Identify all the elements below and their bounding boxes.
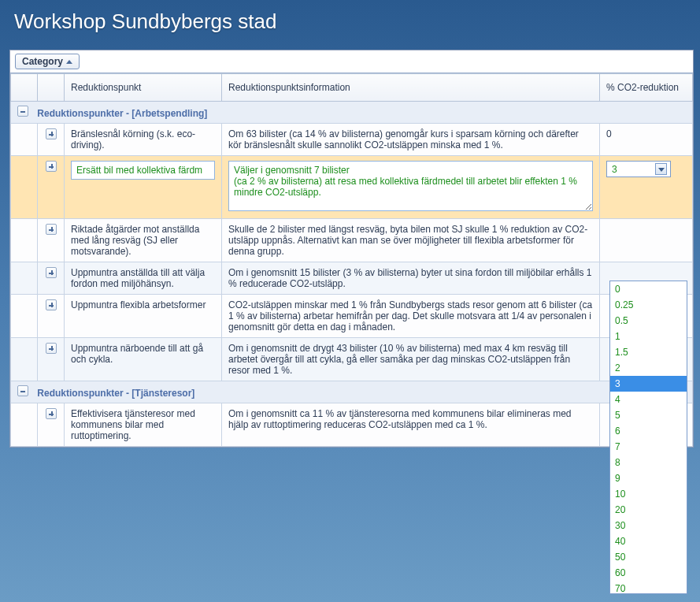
table-row[interactable]: Uppmuntra anställda till att välja fordo… [11,262,693,295]
group-spacer-cell [11,156,38,219]
reduction-point-cell[interactable]: Riktade åtgärder mot anställda med lång … [65,219,222,262]
expand-row-icon[interactable] [46,408,57,419]
pct-dropdown-option[interactable]: 8 [610,455,687,470]
pct-dropdown-option[interactable]: 1 [610,329,687,344]
grouping-bar: Category [10,50,693,73]
pct-dropdown-option[interactable]: 6 [610,423,687,439]
pct-dropdown-option[interactable]: 0.5 [610,313,687,329]
group-spacer-cell [11,219,38,262]
pct-dropdown-option[interactable]: 70 [610,581,687,593]
reduction-point-input[interactable] [71,161,215,180]
header-group-toggle [11,74,38,102]
reduction-point-cell[interactable]: Uppmuntra närboende till att gå och cykl… [65,338,222,381]
reduction-info-textarea[interactable] [228,161,593,211]
grid-container: Category Reduktionspunkt Reduktionspunkt… [9,50,694,448]
reduction-info-cell[interactable]: Skulle de 2 bilister med längst resväg, … [222,219,600,262]
pct-dropdown-panel[interactable]: 00.250.511.52345678910203040506070 [609,281,687,594]
reduction-point-cell[interactable]: Uppmuntra flexibla arbetsformer [65,295,222,338]
chevron-down-icon[interactable] [655,163,667,175]
page-title: Workshop Sundbybergs stad [0,0,700,50]
header-reduction-info[interactable]: Reduktionspunktsinformation [222,74,600,102]
collapse-icon[interactable] [17,385,28,396]
pct-dropdown-option[interactable]: 3 [610,376,687,392]
pct-cell[interactable]: 3 [600,156,693,219]
expand-row-icon[interactable] [46,267,57,278]
reduction-info-cell[interactable]: Om i genomsnitt de drygt 43 bilister (10… [222,338,600,381]
group-title: Reduktionspunkter - [Tjänsteresor] [35,388,194,399]
pct-dropdown-option[interactable]: 2 [610,360,687,376]
reduction-point-cell[interactable]: Uppmuntra anställda till att välja fordo… [65,262,222,295]
group-spacer-cell [11,262,38,295]
reduction-info-cell[interactable]: Om i genomsnitt ca 11 % av tjänsteresorn… [222,403,600,447]
pct-dropdown-option[interactable]: 50 [610,549,687,565]
grouping-chip-label: Category [22,56,63,67]
table-row[interactable]: Uppmuntra flexibla arbetsformerCO2-utslä… [11,295,693,338]
reduction-info-cell [222,156,600,219]
reduction-info-cell[interactable]: CO2-utsläppen minskar med 1 % från Sundb… [222,295,600,338]
sort-ascending-icon [66,60,72,64]
table-row[interactable]: Uppmuntra närboende till att gå och cykl… [11,338,693,381]
group-spacer-cell [11,124,38,156]
group-row[interactable]: Reduktionspunkter - [Arbetspendling] [11,102,693,124]
pct-dropdown-option[interactable]: 10 [610,486,687,502]
group-row[interactable]: Reduktionspunkter - [Tjänsteresor] [11,381,693,403]
header-row: Reduktionspunkt Reduktionspunktsinformat… [11,74,693,102]
group-spacer-cell [11,403,38,447]
expand-row-icon[interactable] [46,161,57,172]
reduction-info-cell[interactable]: Om i genomsnitt 15 bilister (3 % av bili… [222,262,600,295]
pct-cell[interactable] [600,219,693,262]
reduction-point-cell [65,156,222,219]
pct-dropdown-option[interactable]: 0 [610,281,687,297]
table-row[interactable]: Bränslesnål körning (s.k. eco-driving).O… [11,124,693,156]
group-spacer-cell [11,295,38,338]
pct-dropdown-option[interactable]: 7 [610,439,687,455]
pct-dropdown-option[interactable]: 1.5 [610,344,687,360]
group-spacer-cell [11,338,38,381]
pct-dropdown-option[interactable]: 60 [610,565,687,581]
pct-dropdown-list[interactable]: 00.250.511.52345678910203040506070 [610,281,687,593]
expand-row-icon[interactable] [46,299,57,310]
pct-dropdown-option[interactable]: 30 [610,518,687,533]
grouping-chip-category[interactable]: Category [15,54,80,69]
pct-dropdown-value: 3 [612,164,617,175]
expand-row-icon[interactable] [46,128,57,139]
expand-row-icon[interactable] [46,224,57,235]
reduction-point-cell[interactable]: Effektivisera tjänsteresor med kommunens… [65,403,222,447]
table-row[interactable]: 3 [11,156,693,219]
pct-dropdown-option[interactable]: 9 [610,470,687,486]
pct-dropdown-option[interactable]: 40 [610,533,687,549]
reduction-info-cell[interactable]: Om 63 bilister (ca 14 % av bilisterna) g… [222,124,600,156]
pct-dropdown-option[interactable]: 0.25 [610,297,687,313]
pct-dropdown[interactable]: 3 [606,161,671,177]
collapse-icon[interactable] [17,106,28,117]
pct-dropdown-option[interactable]: 4 [610,392,687,407]
table-row[interactable]: Riktade åtgärder mot anställda med lång … [11,219,693,262]
pct-dropdown-option[interactable]: 20 [610,502,687,518]
header-pct-co2[interactable]: % CO2-reduktion [600,74,693,102]
pct-cell[interactable]: 0 [600,124,693,156]
reduction-point-cell[interactable]: Bränslesnål körning (s.k. eco-driving). [65,124,222,156]
header-reduction-point[interactable]: Reduktionspunkt [65,74,222,102]
expand-row-icon[interactable] [46,343,57,354]
header-row-toggle [38,74,65,102]
data-grid: Reduktionspunkt Reduktionspunktsinformat… [10,73,693,447]
table-row[interactable]: Effektivisera tjänsteresor med kommunens… [11,403,693,447]
group-title: Reduktionspunkter - [Arbetspendling] [35,108,207,119]
pct-dropdown-option[interactable]: 5 [610,407,687,423]
